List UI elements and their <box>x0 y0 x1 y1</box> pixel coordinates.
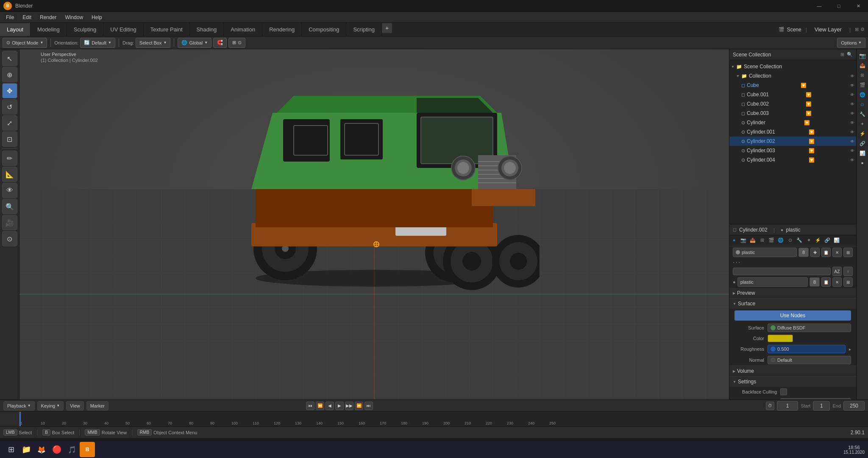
menu-help[interactable]: Help <box>87 12 106 23</box>
nav-zoom[interactable]: 🔍 <box>2 199 17 214</box>
outliner-item-cylinder002[interactable]: ⊙ Cylinder.002 🔽 👁 <box>729 137 856 146</box>
menu-file[interactable]: File <box>2 12 18 23</box>
viewport[interactable]: User Perspective (1) Collection | Cylind… <box>19 49 729 399</box>
snap-btn[interactable]: 🧲 <box>213 38 227 48</box>
options-btn[interactable]: Options ▼ <box>837 38 865 48</box>
outliner-item-cube[interactable]: ◻ Cube 🔽 👁 <box>729 81 856 90</box>
jump-start-btn[interactable]: ⏮ <box>306 402 314 410</box>
step-back-btn[interactable]: ◀ <box>326 402 334 410</box>
tab-sculpting[interactable]: Sculpting <box>67 23 103 36</box>
taskbar-app4[interactable]: 🎵 <box>64 442 80 457</box>
menu-render[interactable]: Render <box>36 12 61 23</box>
prop-icon-material[interactable]: ● <box>729 235 739 245</box>
tool-move[interactable]: ✥ <box>2 83 17 98</box>
color-btn[interactable] <box>768 335 793 342</box>
prop-icon-render[interactable]: 📷 <box>739 235 748 245</box>
volume-header[interactable]: ▶ Volume <box>729 366 856 376</box>
prev-keyframe-btn[interactable]: ⏪ <box>316 402 324 410</box>
timeline-numbers[interactable]: 1 10 20 30 40 50 60 70 80 90 100 110 120… <box>19 412 868 426</box>
taskbar-blender[interactable]: B <box>80 442 95 457</box>
prop-icon-data[interactable]: 📊 <box>832 235 841 245</box>
tab-compositing[interactable]: Compositing <box>302 23 346 36</box>
surface-header[interactable]: ▼ Surface <box>729 299 856 309</box>
step-forward-btn[interactable]: ▶▶ <box>345 402 353 410</box>
roughness-input[interactable]: 0.500 <box>768 345 846 353</box>
backface-checkbox[interactable] <box>780 388 787 395</box>
taskbar-start[interactable]: ⊞ <box>3 442 19 457</box>
outliner-item-cylinder003[interactable]: ⊙ Cylinder.003 🔽 👁 <box>729 146 856 155</box>
use-nodes-btn[interactable]: Use Nodes <box>734 310 851 321</box>
mat-del-btn[interactable]: ✕ <box>832 277 842 287</box>
global-btn[interactable]: 🌐 Global ▼ <box>178 38 211 48</box>
drag-select-btn[interactable]: Select Box ▼ <box>136 38 171 48</box>
end-input[interactable]: 250 <box>843 401 865 411</box>
normal-input[interactable]: Default <box>768 356 851 364</box>
taskbar-app3[interactable]: 🔴 <box>49 442 64 457</box>
sort-az-btn[interactable]: AZ <box>832 267 842 276</box>
menu-edit[interactable]: Edit <box>18 12 36 23</box>
tab-shading[interactable]: Shading <box>190 23 224 36</box>
tool-transform[interactable]: ⊡ <box>2 131 17 147</box>
outliner-item-cube001[interactable]: ◻ Cube.001 🔽 👁 <box>729 90 856 99</box>
prop-world-icon[interactable]: 🌐 <box>858 90 867 99</box>
prop-icon-physics[interactable]: ⚡ <box>813 235 823 245</box>
sort-up-btn[interactable]: ↑ <box>843 267 853 276</box>
outliner-item-collection[interactable]: ▼ 📁 Collection 👁 <box>729 71 856 81</box>
prop-material-icon2[interactable]: ● <box>858 158 867 168</box>
material-slot[interactable]: plastic <box>737 277 808 287</box>
mat-copy2-btn[interactable]: 📋 <box>821 277 831 287</box>
prop-icon-modifier[interactable]: 🔧 <box>795 235 804 245</box>
outliner-item-cube002[interactable]: ◻ Cube.002 🔽 👁 <box>729 99 856 109</box>
view-btn[interactable]: View <box>66 401 84 411</box>
outliner-item-cylinder001[interactable]: ⊙ Cylinder.001 🔽 👁 <box>729 127 856 137</box>
mat-adv-btn[interactable]: ⊞ <box>843 277 853 287</box>
material-name-input[interactable]: plastic <box>733 248 797 257</box>
tab-modeling[interactable]: Modeling <box>31 23 67 36</box>
prop-icon-object[interactable]: ⊙ <box>785 235 795 245</box>
tab-animation[interactable]: Animation <box>224 23 262 36</box>
prop-object-icon[interactable]: ⊙ <box>858 100 867 109</box>
surface-type-btn[interactable]: Diffuse BSDF <box>768 324 851 332</box>
outliner-item-cube003[interactable]: ◻ Cube.003 🔽 👁 <box>729 109 856 118</box>
prop-icon-world[interactable]: 🌐 <box>776 235 785 245</box>
jump-end-btn[interactable]: ⏭ <box>364 402 373 410</box>
tab-scripting[interactable]: Scripting <box>346 23 382 36</box>
tool-select[interactable]: ↖ <box>2 51 17 66</box>
prop-particle-icon[interactable]: ✦ <box>858 119 867 128</box>
prop-icon-output[interactable]: 📤 <box>748 235 757 245</box>
prop-data-icon[interactable]: 📊 <box>858 148 867 158</box>
tool-annotate[interactable]: ✏ <box>2 151 17 166</box>
outliner-item-scene-collection[interactable]: ▼ 📁 Scene Collection <box>729 62 856 71</box>
object-mode-btn[interactable]: ⊙ Object Mode ▼ <box>3 38 47 48</box>
orientation-btn[interactable]: 🔄 Default ▼ <box>80 38 115 48</box>
menu-window[interactable]: Window <box>61 12 87 23</box>
nav-look[interactable]: 👁 <box>2 183 17 198</box>
outliner-item-cylinder004[interactable]: ⊙ Cylinder.004 🔽 👁 <box>729 155 856 165</box>
prop-icon-scene[interactable]: 🎬 <box>767 235 776 245</box>
mat-copy-btn[interactable]: 📋 <box>821 248 831 257</box>
tab-texture-paint[interactable]: Texture Paint <box>144 23 190 36</box>
taskbar-firefox[interactable]: 🦊 <box>34 442 49 457</box>
prop-output-icon[interactable]: 📤 <box>858 61 867 70</box>
preview-header[interactable]: ▶ Preview <box>729 288 856 298</box>
taskbar-explorer[interactable]: 📁 <box>19 442 34 457</box>
next-keyframe-btn[interactable]: ⏩ <box>355 402 363 410</box>
prop-scene-icon[interactable]: 🎬 <box>858 80 867 89</box>
keying-btn[interactable]: Keying ▼ <box>37 401 64 411</box>
prop-icon-view-layer[interactable]: ⊞ <box>757 235 767 245</box>
prop-modifier-icon[interactable]: 🔧 <box>858 109 867 119</box>
prop-constraint-icon[interactable]: 🔗 <box>858 139 867 148</box>
nav-dolly[interactable]: 🎥 <box>2 215 17 230</box>
tool-rotate[interactable]: ↺ <box>2 99 17 114</box>
prop-physics-icon[interactable]: ⚡ <box>858 129 867 138</box>
tab-layout[interactable]: Layout <box>0 23 31 36</box>
prop-render-icon[interactable]: 📷 <box>858 51 867 60</box>
settings-header[interactable]: ▼ Settings <box>729 377 856 387</box>
playback-btn[interactable]: Playback ▼ <box>3 401 35 411</box>
blend-mode-select[interactable]: Opaque ▼ <box>780 398 851 399</box>
marker-btn[interactable]: Marker <box>86 401 108 411</box>
outliner-item-cylinder[interactable]: ⊙ Cylinder 🔽 👁 <box>729 118 856 127</box>
tab-rendering[interactable]: Rendering <box>262 23 302 36</box>
mat-new-btn[interactable]: ✚ <box>810 248 820 257</box>
frame-input[interactable]: 1 <box>777 401 798 411</box>
